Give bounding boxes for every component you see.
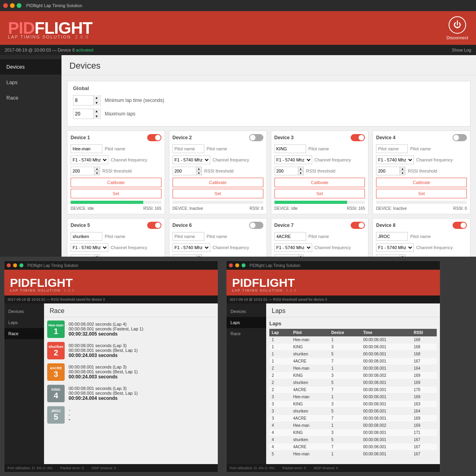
sidebar-item-devices[interactable]: Devices [0,59,61,75]
race-window-title: PIDflight Lap Timing Solution [27,263,78,268]
maximize-button[interactable] [17,3,21,8]
laps-cell-10-0: 3 [269,408,291,415]
min-lap-input[interactable]: ▲ ▼ [73,95,101,106]
pilot-input-6[interactable] [173,232,204,241]
rssi-input-1[interactable] [71,167,94,175]
laps-sidebar-laps[interactable]: Laps [226,317,266,328]
min-lap-down[interactable]: ▼ [93,100,100,106]
laps-header: PIDFLIGHT LAP TIMING SOLUTION 2.0.0 [226,270,440,296]
race-max-dot[interactable] [19,263,23,267]
freq-select-2[interactable]: F1 - 5740 Mhz [173,155,210,164]
global-title: Global [73,85,464,91]
freq-select-5[interactable]: F1 - 5740 Mhz [71,243,108,252]
sidebar-item-laps[interactable]: Laps [0,75,61,90]
laps-cell-16-2: 1 [329,451,361,458]
calibrate-btn-2[interactable]: Calibrate [173,178,263,187]
rssi-up-2[interactable]: ▲ [196,167,202,171]
min-lap-field[interactable] [73,96,93,105]
race-fastest-2: 00:00:08.001 seconds (Best, Lap 1) [69,348,215,353]
laps-cell-4-2: 1 [329,365,361,372]
rssi-input-6[interactable] [173,254,196,257]
pilot-input-7[interactable] [274,232,306,241]
calibrate-btn-4[interactable]: Calibrate [376,178,467,187]
pilot-input-4[interactable] [376,144,408,153]
device-toggle-4[interactable] [453,134,467,141]
set-btn-3[interactable]: Set [274,189,365,198]
content-area: Devices Global ▲ ▼ Minimum lap time (sec… [61,55,476,257]
rssi-input-5[interactable] [71,254,94,257]
freq-select-3[interactable]: F1 - 5740 Mhz [274,155,312,164]
rssi-input-3[interactable] [274,167,298,175]
race-min-dot[interactable] [13,263,17,267]
device-toggle-3[interactable] [351,134,365,141]
freq-select-4[interactable]: F1 - 5740 Mhz [376,155,414,164]
rssi-up-8[interactable]: ▲ [400,254,405,257]
max-laps-field[interactable] [73,109,93,119]
device-name-3: Device 3 [274,135,294,140]
set-btn-2[interactable]: Set [173,189,263,198]
laps-sidebar-devices[interactable]: Devices [226,306,266,317]
device-rssi-val-4: RSSI: 0 [453,206,467,211]
max-laps-up[interactable]: ▲ [93,109,100,114]
pilot-input-8[interactable] [376,232,408,241]
race-sidebar-laps[interactable]: Laps [4,317,44,328]
rssi-up-6[interactable]: ▲ [196,254,202,257]
rssi-down-1[interactable]: ▼ [94,171,100,175]
rssi-input-2[interactable] [173,167,196,175]
laps-cell-14-2: 5 [329,436,361,443]
laps-sidebar-race[interactable]: Race [226,328,266,339]
laps-cell-14-1: shuriken [291,436,329,443]
pilot-input-5[interactable] [71,232,102,241]
sidebar-item-race[interactable]: Race [0,90,61,106]
laps-cell-13-1: KING [291,429,329,436]
rssi-down-3[interactable]: ▼ [298,171,304,175]
pilot-input-2[interactable] [173,144,204,153]
freq-select-6[interactable]: F1 - 5740 Mhz [173,243,210,252]
device-toggle-8[interactable] [453,222,467,229]
device-rssi-val-3: RSSI: 165 [347,206,365,211]
rssi-input-7[interactable] [274,254,298,257]
rssi-bar-wrap-4 [376,201,467,204]
set-btn-1[interactable]: Set [71,189,161,198]
pilot-input-1[interactable] [71,144,102,153]
bottom-row: PIDflight Lap Timing Solution PIDFLIGHT … [0,257,476,476]
device-toggle-5[interactable] [147,222,161,229]
show-log-button[interactable]: Show Log [452,48,471,52]
disconnect-button[interactable]: ⏻ Disconnect [447,16,468,40]
rssi-input-8[interactable] [376,254,400,257]
device-toggle-7[interactable] [351,222,365,229]
set-btn-4[interactable]: Set [376,189,467,198]
freq-select-7[interactable]: F1 - 5740 Mhz [274,243,312,252]
device-toggle-6[interactable] [249,222,263,229]
device-toggle-2[interactable] [249,134,263,141]
rssi-up-7[interactable]: ▲ [298,254,304,257]
max-laps-input[interactable]: ▲ ▼ [73,109,101,119]
laps-max-dot[interactable] [242,263,246,267]
calibrate-btn-3[interactable]: Calibrate [274,178,365,187]
laps-cell-3-4: 167 [411,358,437,365]
rssi-bar-wrap-2 [173,201,263,204]
race-sidebar-devices[interactable]: Devices [4,306,44,317]
race-close-dot[interactable] [7,263,11,267]
laps-cell-16-3: 00:00:08.001 [361,451,411,458]
max-laps-down[interactable]: ▼ [93,114,100,119]
device-toggle-1[interactable] [147,134,161,141]
calibrate-btn-1[interactable]: Calibrate [71,178,161,187]
minimize-button[interactable] [10,3,15,8]
rssi-bar-1 [71,201,143,204]
race-sidebar-race[interactable]: Race [4,328,44,339]
rssi-input-4[interactable] [376,167,400,175]
rssi-down-2[interactable]: ▼ [196,171,202,175]
rssi-up-5[interactable]: ▲ [94,254,100,257]
rssi-up-3[interactable]: ▲ [298,167,304,171]
rssi-up-4[interactable]: ▲ [400,167,405,171]
laps-min-dot[interactable] [235,263,239,267]
laps-close-dot[interactable] [229,263,233,267]
rssi-up-1[interactable]: ▲ [94,167,100,171]
rssi-down-4[interactable]: ▼ [400,171,405,175]
min-lap-up[interactable]: ▲ [93,95,100,100]
freq-select-1[interactable]: F1 - 5740 Mhz [71,155,108,164]
close-button[interactable] [3,3,8,8]
freq-select-8[interactable]: F1 - 5740 Mhz [376,243,414,252]
pilot-input-3[interactable] [274,144,306,153]
